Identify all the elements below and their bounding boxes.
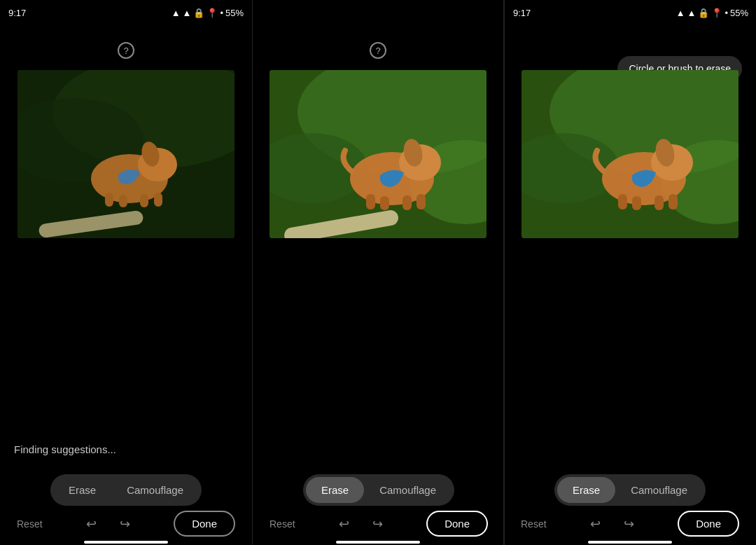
reset-label-3[interactable]: Reset [521,518,547,530]
done-button-3[interactable]: Done [678,511,739,537]
svg-rect-8 [119,195,127,207]
wifi-icon-1: ▲ [183,8,192,18]
reset-label-2[interactable]: Reset [270,518,295,530]
battery-2: 55% [730,8,748,18]
erase-button-1[interactable]: Erase [53,477,111,503]
signal-icon-1: ▲ [172,8,181,18]
undo-button-1[interactable]: ↩ [80,513,102,535]
svg-rect-19 [366,194,375,209]
panel-1: 9:17 ▲ ▲ 🔒 📍 • 55% ? [0,0,252,545]
home-indicator-2 [336,541,420,544]
bottom-controls-2: Erase Camouflage Reset ↩ ↪ Done [253,475,505,545]
camouflage-button-3[interactable]: Camouflage [615,477,703,503]
panel-3: 9:18 ▲ ▲ 🔒 📍 • 55% ? Circle or brush to … [504,0,756,545]
photo-1 [18,70,234,238]
erase-camouflage-buttons-2: Erase Camouflage [303,474,454,506]
action-icons-2: ↩ ↪ [332,513,388,535]
done-button-1[interactable]: Done [174,511,235,537]
svg-rect-32 [632,196,641,210]
svg-rect-20 [380,196,389,210]
photo-2 [270,70,486,238]
svg-rect-22 [416,194,426,209]
svg-rect-31 [618,194,627,209]
svg-rect-34 [668,194,678,209]
bottom-controls-1: Erase Camouflage Reset ↩ ↪ Done [0,475,252,545]
photo-3 [522,70,738,238]
action-row-1: Reset ↩ ↪ Done [0,511,252,537]
action-icons-1: ↩ ↪ [80,513,136,535]
home-indicator-1 [84,541,168,544]
svg-rect-9 [140,194,148,207]
battery-1: 55% [225,8,244,18]
svg-rect-7 [105,193,113,207]
help-icon-2[interactable]: ? [370,42,386,59]
help-icon-1[interactable]: ? [118,42,134,59]
undo-button-3[interactable]: ↩ [584,513,606,535]
signal-icon-2: ▲ [676,8,685,18]
bottom-controls-3: Erase Camouflage Reset ↩ ↪ Done [504,475,756,545]
status-icons-2: ▲ ▲ 🔒 📍 • 55% [676,8,748,18]
done-button-2[interactable]: Done [426,511,488,537]
redo-button-3[interactable]: ↪ [617,513,640,535]
svg-rect-21 [402,195,412,210]
status-bar-2: 9:17 ▲ ▲ 🔒 📍 • 55% [505,0,756,25]
panel-2: 9:17 ▲ ▲ 🔒 📍 • 55% ? [252,0,504,545]
status-bar-1: 9:17 ▲ ▲ 🔒 📍 • 55% [0,0,252,25]
panel-divider-right [504,0,505,545]
undo-button-2[interactable]: ↩ [332,513,355,535]
panel-divider-left [252,0,253,545]
action-row-3: Reset ↩ ↪ Done [504,511,756,537]
erase-camouflage-buttons-3: Erase Camouflage [554,474,706,506]
reset-label-1[interactable]: Reset [17,518,43,530]
dot-icon-1: • [220,8,223,18]
action-row-2: Reset ↩ ↪ Done [253,511,505,537]
action-icons-3: ↩ ↪ [584,513,640,535]
wifi-icon-2: ▲ [687,8,696,18]
lock-icon-2: 🔒 [698,8,709,18]
time-2: 9:17 [513,8,531,18]
erase-button-3[interactable]: Erase [557,477,615,503]
redo-button-1[interactable]: ↪ [113,513,136,535]
redo-button-2[interactable]: ↪ [366,513,388,535]
finding-suggestions-text: Finding suggestions... [14,443,116,455]
erase-camouflage-buttons-1: Erase Camouflage [50,474,202,506]
svg-rect-10 [154,193,162,207]
location-icon-1: 📍 [206,8,218,18]
status-icons-1: ▲ ▲ 🔒 📍 • 55% [172,8,244,18]
dot-icon-2: • [724,8,728,18]
home-indicator-3 [588,541,672,544]
camouflage-button-2[interactable]: Camouflage [364,477,451,503]
erase-button-2[interactable]: Erase [306,477,364,503]
time-1: 9:17 [8,8,26,18]
location-icon-2: 📍 [711,8,722,18]
svg-rect-33 [654,195,664,210]
camouflage-button-1[interactable]: Camouflage [111,477,199,503]
lock-icon-1: 🔒 [193,8,204,18]
